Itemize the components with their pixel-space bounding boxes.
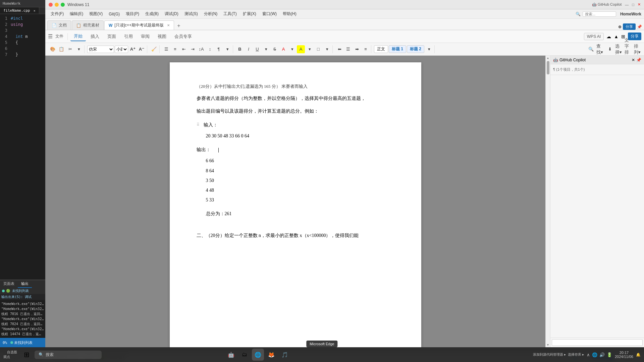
decrease-indent-btn[interactable]: ⇤ [180,45,188,53]
doc-scroll-area[interactable]: （20分）从中打输出大们,遗漏选为 165 分） 米赛者而输入 参赛者八道题的得… [45,56,545,347]
find-btn[interactable]: 🔍 [587,45,595,53]
style-normal-btn[interactable]: 正文 [374,45,388,53]
ribbon-tab-page[interactable]: 页面 [104,32,119,41]
bold-btn[interactable]: B [236,45,244,53]
github-panel-pin[interactable]: 📌 [636,58,641,62]
taskbar-app-fox[interactable]: 🦊 [265,349,277,361]
font-size-select[interactable]: 小四 [115,46,128,53]
select-btn[interactable]: 选择▾ [615,45,623,53]
tab-doc[interactable]: 📄 文档 [47,20,71,30]
more-styles-btn[interactable]: ▾ [425,45,433,53]
menu-view[interactable]: 视图(V) [87,10,105,17]
scroll-up-btn[interactable]: ▲ [546,56,549,60]
title-bar-maximize[interactable]: □ [632,3,634,7]
line-space-btn[interactable]: ↕ [206,45,214,53]
maximize-dot[interactable] [61,3,65,7]
ribbon-tab-review[interactable]: 审阅 [138,32,153,41]
ribbon-collapse-icon[interactable]: ▲ [614,34,619,39]
tab-exam[interactable]: W [只读]c++期中考试题最终版 ✕ [104,20,174,30]
ribbon-tab-vip[interactable]: 会员专享 [171,32,195,41]
tray-notification-bell[interactable]: 🔔 [636,353,641,357]
ribbon-tab-insert[interactable]: 插入 [87,32,103,41]
github-search-input[interactable] [552,339,643,346]
taskbar-app-folder[interactable]: 🗂 [238,349,251,361]
start-button[interactable]: ⊞ [21,349,32,360]
menu-analyze[interactable]: 分析(N) [201,10,220,17]
heading-nav-btn[interactable]: ⬇ [606,45,614,53]
toolbar-paste-btn[interactable]: 📋 [57,45,65,53]
menu-debug[interactable]: 调试(D) [162,10,181,17]
numbered-list-btn[interactable]: ≡ [171,45,179,53]
text-style-btn[interactable]: 文字排版▾ [625,45,633,53]
ribbon-nav-back[interactable]: ☰ [48,33,53,40]
tab-add-button[interactable]: + [175,22,183,30]
taskbar-app-music[interactable]: 🎵 [279,349,291,361]
align-left-btn[interactable]: ⬅ [335,45,343,53]
underline-more-btn[interactable]: ▾ [262,45,270,53]
tray-battery-icon[interactable]: 🔋 [607,352,612,357]
title-bar-minimize[interactable]: — [625,3,629,7]
search-label-btn[interactable]: 查找▾ [596,45,604,53]
menu-test[interactable]: 测试(S) [182,10,201,17]
para-btn[interactable]: ¶ [215,45,223,53]
strikethrough-btn[interactable]: S̶ [271,45,279,53]
tray-up-arrow[interactable]: ∧ [587,352,590,357]
bottom-tab-output[interactable]: 输出 [18,280,32,288]
menu-project[interactable]: 项目(P) [123,10,142,17]
style-heading2-btn[interactable]: 标题 2 [407,45,424,53]
tray-network-icon[interactable]: 🌐 [592,352,597,357]
align-right-btn[interactable]: ➡ [353,45,361,53]
selection-label[interactable]: 选择存库 ▸ [568,352,584,357]
align-center-btn[interactable]: ☰ [344,45,352,53]
font-color-btn[interactable]: A [279,45,287,53]
menu-help[interactable]: 帮助(H) [280,10,299,17]
editor-tab-filename[interactable]: fileName.cpp ✕ [0,7,39,14]
notification-label[interactable]: 添加到源代码管理器 ▸ [533,352,566,357]
style-heading1-btn[interactable]: 标题 1 [389,45,406,53]
tab-share-btn[interactable]: 分享 [623,23,636,30]
taskbar-app-robot[interactable]: 🤖 [225,349,237,361]
align-justify-btn[interactable]: ≡ [362,45,370,53]
ribbon-cloud-icon[interactable]: ☁ [606,34,611,39]
scroll-track[interactable] [547,61,549,342]
tab-pin-icon[interactable]: 📌 [637,24,642,29]
toolbar-more-format-btn[interactable]: ▾ [75,45,83,53]
bullet-list-btn[interactable]: ☰ [162,45,170,53]
tray-time[interactable]: 20:17 2024/11/06 [615,351,633,359]
minimize-dot[interactable] [55,3,59,7]
font-enlarge-btn[interactable]: A⁺ [129,45,137,53]
menu-extend[interactable]: 扩展(X) [240,10,259,17]
menu-git[interactable]: Git(G) [106,11,122,17]
title-bar-close[interactable]: ✕ [638,2,641,7]
menu-window[interactable]: 窗口(W) [260,10,279,17]
increase-indent-btn[interactable]: ⇥ [189,45,197,53]
toolbar-paint-btn[interactable]: 🎨 [49,45,57,53]
ribbon-tab-start[interactable]: 开始 [70,32,86,41]
highlight-btn[interactable]: A [297,45,305,53]
font-shrink-btn[interactable]: A⁻ [138,45,146,53]
highlight-more-btn[interactable]: ▾ [306,45,314,53]
more-text-btn[interactable]: ▾ [323,45,331,53]
sort-btn[interactable]: ↕A [197,45,205,53]
scroll-thumb[interactable] [547,61,549,74]
tab-new-icon[interactable]: ⊕ [618,24,622,29]
editor-tab-close[interactable]: ✕ [34,9,35,12]
tray-volume-icon[interactable]: 🔊 [599,352,605,357]
font-name-select[interactable]: 仿宋 [87,46,114,53]
bottom-tab-pagemenu[interactable]: 页面表 [0,280,18,288]
tab-material[interactable]: 📋 稻壳素材 [72,20,104,30]
menu-edit[interactable]: 编辑(E) [67,10,86,17]
taskbar-search[interactable]: 🔍 搜索 [35,351,102,359]
tab-exam-close[interactable]: ✕ [167,23,170,27]
italic-btn[interactable]: I [245,45,253,53]
menu-build[interactable]: 生成(B) [143,10,161,17]
ribbon-tab-view[interactable]: 视图 [154,32,170,41]
clear-format-btn[interactable]: 🧹 [150,45,158,53]
scroll-down-btn[interactable]: ▼ [546,343,549,347]
menu-file[interactable]: 文件(F) [48,10,66,17]
menu-search-input[interactable] [583,11,616,17]
taskbar-app-edge[interactable]: 🌐 [252,349,264,361]
toolbar-cut-btn[interactable]: ✂ [66,45,74,53]
ribbon-tab-ref[interactable]: 引用 [121,32,136,41]
vertical-scrollbar[interactable]: ▲ ▼ [545,56,550,347]
